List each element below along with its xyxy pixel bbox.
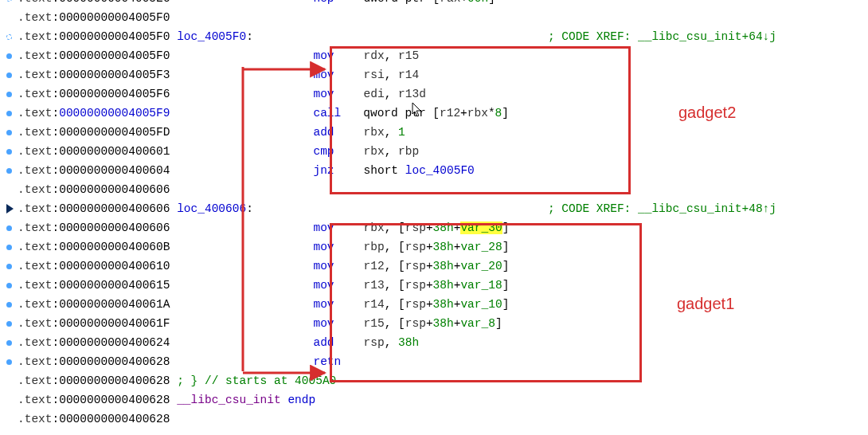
mnemonic: add [313,336,334,349]
gutter-cell[interactable] [0,168,18,174]
gutter-cell[interactable] [0,340,18,346]
asm-text: .text:0000000000400624addrsp, 38h [18,336,419,349]
operand-text: , [385,69,398,81]
current-ip-arrow [6,204,14,214]
gutter-cell[interactable] [0,225,18,231]
gutter-cell[interactable] [0,245,18,250]
asm-line[interactable]: .text:0000000000400628 [0,410,868,429]
breakpoint-dot[interactable] [6,72,12,78]
mnemonic: jnz [313,164,334,177]
asm-line[interactable]: .text:0000000000400601cmprbx, rbp [0,142,868,161]
asm-line[interactable]: .text:0000000000400628 ; } // starts at … [0,371,868,390]
asm-line[interactable]: .text:0000000000400606 loc_400606:; CODE… [0,199,868,218]
asm-line[interactable]: .text:00000000004005F3movrsi, r14 [0,65,868,84]
breakpoint-dot[interactable] [6,321,12,327]
gutter-cell[interactable] [0,204,18,214]
address: 00000000004005EC [59,0,170,5]
breakpoint-dot[interactable] [6,149,12,155]
breakpoint-dot-outline[interactable] [6,0,12,2]
operand-reg: rsp [405,241,426,253]
asm-line[interactable]: .text:0000000000400610movr12, [rsp+38h+v… [0,257,868,276]
asm-line[interactable]: .text:00000000004005F0 [0,8,868,27]
gutter-cell[interactable] [0,53,18,59]
operand-text: + [426,260,433,272]
breakpoint-dot[interactable] [6,111,12,116]
arrow-gadget1 [239,363,334,382]
segment-name: .text [18,126,53,139]
gutter-cell[interactable] [0,34,18,40]
gutter-cell[interactable] [0,302,18,308]
operand-reg: r13d [398,88,426,100]
asm-line[interactable]: .text:0000000000400628 __libc_csu_init e… [0,390,868,410]
operand-num: 38h [433,221,454,234]
address: 0000000000400628 [59,394,170,406]
operand-text: [ [398,298,405,311]
breakpoint-dot[interactable] [6,359,12,365]
asm-line[interactable]: .text:000000000040061Amovr14, [rsp+38h+v… [0,295,868,314]
address: 0000000000400606 [59,183,170,196]
breakpoint-dot[interactable] [6,53,12,59]
asm-text: .text:000000000040061Amovr14, [rsp+38h+v… [18,298,509,311]
asm-line[interactable]: .text:00000000004005F6movedi, r13d [0,84,868,104]
gutter-cell[interactable] [0,359,18,365]
gutter-cell[interactable] [0,72,18,78]
operand-var: var_30 [460,221,502,234]
operand-reg: r15 [364,317,385,330]
breakpoint-dot[interactable] [6,264,12,269]
asm-line[interactable]: .text:00000000004005ECnopdword ptr [rax+… [0,0,868,8]
gutter-cell[interactable] [0,321,18,327]
address: 00000000004005F6 [59,88,170,100]
operand-reg: edi [364,88,385,100]
breakpoint-dot[interactable] [6,92,12,97]
gutter-cell[interactable] [0,92,18,97]
asm-line[interactable]: .text:000000000040061Fmovr15, [rsp+38h+v… [0,314,868,333]
breakpoint-dot[interactable] [6,302,12,308]
asm-line[interactable]: .text:0000000000400615movr13, [rsp+38h+v… [0,276,868,295]
gutter-cell[interactable] [0,283,18,288]
gutter-cell[interactable] [0,264,18,269]
address: 0000000000400628 [59,413,170,425]
gutter-cell[interactable] [0,130,18,135]
asm-line[interactable]: .text:00000000004005F0 loc_4005F0:; CODE… [0,27,868,46]
asm-line[interactable]: .text:0000000000400624addrsp, 38h [0,333,868,352]
operand-text: , [385,221,398,234]
operand-text: [ [432,107,440,120]
asm-text: .text:0000000000400628 [18,413,170,425]
operand-num: 00h [467,0,488,5]
asm-line[interactable]: .text:0000000000400606movrbx, [rsp+38h+v… [0,218,868,237]
asm-line[interactable]: .text:000000000040060Bmovrbp, [rsp+38h+v… [0,237,868,257]
breakpoint-dot[interactable] [6,340,12,346]
asm-line[interactable]: .text:00000000004005F0movrdx, r15 [0,46,868,65]
breakpoint-dot[interactable] [6,130,12,135]
gutter-cell[interactable] [0,0,18,2]
operand-reg: rbx [364,145,385,158]
segment-name: .text [18,0,53,5]
asm-line[interactable]: .text:00000000004005FDaddrbx, 1 [0,123,868,142]
operand-text: [ [398,260,405,272]
breakpoint-dot[interactable] [6,225,12,231]
gutter-cell[interactable] [0,149,18,155]
asm-line[interactable]: .text:00000000004005F9callqword ptr [r12… [0,104,868,123]
breakpoint-dot[interactable] [6,245,12,250]
breakpoint-dot[interactable] [6,283,12,288]
asm-line[interactable]: .text:0000000000400628retn [0,352,868,371]
breakpoint-dot[interactable] [6,168,12,174]
asm-line[interactable]: .text:0000000000400604jnzshort loc_4005F… [0,161,868,180]
segment-name: .text [18,11,53,24]
operand-text: + [426,298,433,311]
operand-reg: rsp [405,279,426,292]
segment-name: .text [18,164,53,177]
address: 00000000004005F0 [59,11,170,24]
breakpoint-dot-outline[interactable] [6,34,12,40]
operand-var: var_8 [460,317,495,330]
asm-line[interactable]: .text:0000000000400606 [0,180,868,199]
operand-reg: rdx [364,49,385,62]
operand-text: , [385,260,398,272]
mnemonic: mov [313,298,334,311]
gutter-cell[interactable] [0,111,18,116]
asm-text: .text:000000000040060Bmovrbp, [rsp+38h+v… [18,241,509,253]
operand-text: , [385,49,398,62]
operand-text: , [385,88,398,100]
disassembly-view: .text:00000000004005ECnopdword ptr [rax+… [0,0,868,429]
mnemonic: add [313,126,334,139]
